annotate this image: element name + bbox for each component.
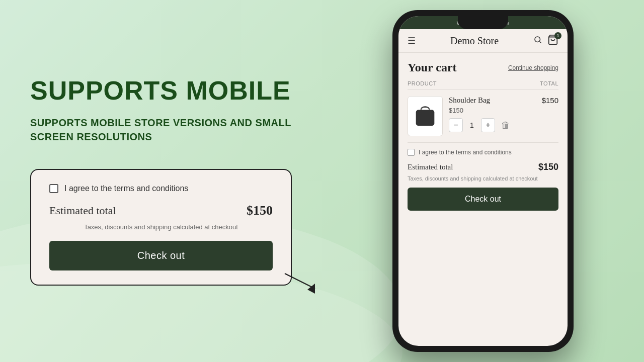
phone-notch bbox=[458, 16, 508, 29]
increase-qty-button[interactable]: + bbox=[481, 118, 495, 132]
phone-nav: ☰ Demo Store bbox=[398, 29, 568, 53]
phone-estimated-amount: $150 bbox=[538, 162, 558, 172]
estimated-amount: $150 bbox=[247, 203, 273, 218]
cart-title: Your cart bbox=[408, 61, 457, 74]
estimated-label: Estimated total bbox=[49, 204, 116, 217]
continue-shopping-link[interactable]: Continue shopping bbox=[508, 64, 558, 71]
phone-container: Welcome to our store ☰ Demo Store bbox=[392, 10, 574, 352]
right-panel: Welcome to our store ☰ Demo Store bbox=[322, 0, 644, 362]
quantity-row: − 1 + 🗑 bbox=[449, 118, 536, 132]
phone-terms-checkbox[interactable] bbox=[408, 149, 415, 156]
svg-rect-7 bbox=[416, 110, 435, 126]
hamburger-icon[interactable]: ☰ bbox=[408, 35, 416, 46]
delete-icon[interactable]: 🗑 bbox=[501, 120, 510, 131]
subtitle: SUPPORTS MOBILE STORE VERSIONS AND SMALL… bbox=[30, 116, 292, 144]
decrease-qty-button[interactable]: − bbox=[449, 118, 463, 132]
phone-frame: Welcome to our store ☰ Demo Store bbox=[392, 10, 574, 352]
phone-screen: Welcome to our store ☰ Demo Store bbox=[398, 16, 568, 346]
main-title: SUPPORTS MOBILE bbox=[30, 76, 292, 105]
phone-terms-row: I agree to the terms and conditions bbox=[408, 149, 558, 156]
nav-icons: 1 bbox=[533, 34, 558, 47]
phone-content: Your cart Continue shopping PRODUCT TOTA… bbox=[398, 53, 568, 225]
product-image bbox=[408, 96, 443, 136]
phone-terms-label: I agree to the terms and conditions bbox=[419, 149, 512, 156]
phone-tax-note: Taxes, discounts and shipping calculated… bbox=[408, 175, 558, 182]
cart-icon[interactable]: 1 bbox=[547, 34, 558, 47]
store-name: Demo Store bbox=[450, 35, 499, 47]
svg-line-5 bbox=[539, 41, 541, 43]
product-header: PRODUCT bbox=[408, 80, 437, 86]
total-row: Estimated total $150 bbox=[49, 203, 273, 218]
table-header: PRODUCT TOTAL bbox=[408, 80, 558, 90]
svg-point-4 bbox=[535, 37, 540, 42]
left-panel: SUPPORTS MOBILE SUPPORTS MOBILE STORE VE… bbox=[0, 46, 322, 315]
quantity-value: 1 bbox=[467, 121, 477, 129]
terms-checkbox[interactable] bbox=[49, 184, 58, 193]
checkout-button[interactable]: Check out bbox=[49, 241, 273, 270]
product-name: Shoulder Bag bbox=[449, 96, 536, 105]
product-details: Shoulder Bag $150 − 1 + 🗑 bbox=[449, 96, 536, 132]
total-header: TOTAL bbox=[540, 80, 558, 86]
phone-estimated-label: Estimated total bbox=[408, 163, 453, 171]
product-price: $150 bbox=[449, 107, 536, 114]
product-row: Shoulder Bag $150 − 1 + 🗑 $150 bbox=[408, 90, 558, 143]
svg-line-2 bbox=[285, 274, 315, 289]
product-total: $150 bbox=[542, 96, 558, 105]
terms-label: I agree to the terms and conditions bbox=[64, 184, 188, 193]
callout-box: I agree to the terms and conditions Esti… bbox=[30, 169, 292, 286]
search-icon[interactable] bbox=[533, 35, 542, 47]
phone-checkout-section: I agree to the terms and conditions Esti… bbox=[408, 143, 558, 217]
cart-header: Your cart Continue shopping bbox=[408, 61, 558, 74]
terms-row: I agree to the terms and conditions bbox=[49, 184, 273, 193]
cart-badge: 1 bbox=[554, 32, 561, 39]
tax-note: Taxes, discounts and shipping calculated… bbox=[49, 223, 273, 231]
phone-checkout-button[interactable]: Check out bbox=[408, 188, 558, 211]
phone-estimated-row: Estimated total $150 bbox=[408, 162, 558, 172]
arrow-connector bbox=[280, 268, 320, 294]
